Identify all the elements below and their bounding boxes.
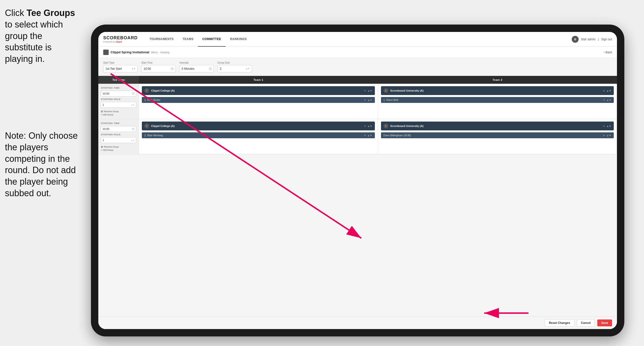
start-type-spinner[interactable]: ▲▼ xyxy=(132,68,136,70)
reset-changes-button[interactable]: Reset Changes xyxy=(545,319,574,327)
team2-header: Team 2 xyxy=(378,76,617,84)
intervals-spinner: 🕐 xyxy=(209,67,212,70)
team2-name-2: Scoreboard University (A) xyxy=(390,124,601,127)
bottom-bar: Reset Changes Cancel Save xyxy=(98,317,617,329)
instruction-prefix: Click xyxy=(5,8,26,18)
table-row: STARTING TIME: 10:00 🕐 STARTING HOLE: 1 … xyxy=(98,84,617,119)
intervals-group: Intervals 5 Minutes 🕐 xyxy=(180,61,214,72)
starting-time-label-1: STARTING TIME: xyxy=(101,87,136,89)
navbar: SCOREBOARD Powered by clippd TOURNAMENTS… xyxy=(98,32,617,47)
sub-header-logo-icon xyxy=(103,50,109,55)
start-time-group: Start Time 10:00 🕐 xyxy=(141,61,176,72)
team2-player-2-sub[interactable]: Dave Billingham (SUB) ✕ ▲▼ xyxy=(381,132,614,138)
team2-player-1[interactable]: 1. Rees Britt ✕ ▲▼ xyxy=(381,97,614,103)
tee-actions-1: 🗑 Remove Group + Add Group xyxy=(101,110,136,116)
team1-card-2[interactable]: C Clippd College (A) ✕ ▲▼ xyxy=(142,122,375,130)
tee-time-header: Tee Time xyxy=(98,76,139,84)
logo-scoreboard: SCOREBOARD xyxy=(103,35,138,40)
nav-divider: | xyxy=(598,37,599,41)
save-button[interactable]: Save xyxy=(597,320,612,326)
team2-card-1[interactable]: S Scoreboard University (A) ✕ ▲▼ xyxy=(381,86,614,95)
tablet-device: SCOREBOARD Powered by clippd TOURNAMENTS… xyxy=(91,24,624,337)
team1-player-1[interactable]: 1. Rich Butler ✕ ▲▼ xyxy=(142,97,375,103)
start-type-input[interactable]: 1st Tee Start ▲▼ xyxy=(103,65,138,72)
gender-badge: (Men) xyxy=(151,51,158,54)
team1-card-1[interactable]: C Clippd College (A) ✕ ▲▼ xyxy=(142,86,375,95)
add-group-button-1[interactable]: + Add Group xyxy=(101,113,136,116)
team1-icon-2: C xyxy=(144,123,149,128)
hosting-label: Hosting xyxy=(160,51,169,54)
team2-icon-2: S xyxy=(384,123,388,128)
starting-time-input-2[interactable]: 10:05 🕐 xyxy=(101,126,136,132)
sub-header: Clippd Spring Invitational (Men) Hosting… xyxy=(98,47,617,58)
player1-controls-2: ✕ ▲▼ xyxy=(364,134,372,137)
team2-cell-2: S Scoreboard University (A) ✕ ▲▼ Dave Bi… xyxy=(378,119,617,154)
add-group-button-2[interactable]: + Add Group xyxy=(101,149,136,151)
nav-teams[interactable]: TEAMS xyxy=(178,32,198,47)
nav-committee[interactable]: COMMITTEE xyxy=(198,32,226,47)
sign-out-link[interactable]: Sign out xyxy=(601,37,612,41)
team1-name-1: Clippd College (A) xyxy=(151,89,362,92)
start-time-spinner: 🕐 xyxy=(170,67,174,70)
tournament-title: Clippd Spring Invitational xyxy=(110,50,149,54)
table-row: STARTING TIME: 10:05 🕐 STARTING HOLE: 1 … xyxy=(98,119,617,154)
back-button[interactable]: ‹ Back xyxy=(604,50,612,54)
instruction-text: Click Tee Groups to select which group t… xyxy=(5,7,81,65)
player2-controls-1: ✕ ▲▼ xyxy=(603,99,611,101)
content-area: Start Type 1st Tee Start ▲▼ Start Time 1… xyxy=(98,58,617,329)
team1-controls-2: ✕ ▲▼ xyxy=(364,125,372,127)
start-time-label: Start Time xyxy=(141,61,176,64)
team1-cell-2: C Clippd College (A) ✕ ▲▼ 2. Blair McHar… xyxy=(139,119,378,154)
team1-controls-1: ✕ ▲▼ xyxy=(364,89,372,92)
grid-header: Tee Time Team 1 Team 2 xyxy=(98,76,617,84)
team2-icon-1: S xyxy=(384,88,388,93)
team1-cell-1: C Clippd College (A) ✕ ▲▼ 1. Rich Butler… xyxy=(139,84,378,119)
starting-time-input-1[interactable]: 10:00 🕐 xyxy=(101,91,136,96)
start-type-group: Start Type 1st Tee Start ▲▼ xyxy=(103,61,138,72)
tablet-screen: SCOREBOARD Powered by clippd TOURNAMENTS… xyxy=(98,32,617,329)
logo-powered: Powered by clippd xyxy=(103,40,138,43)
nav-right: B blair admin | Sign out xyxy=(572,36,612,43)
tee-time-cell-2: STARTING TIME: 10:05 🕐 STARTING HOLE: 1 … xyxy=(98,119,139,154)
cancel-button[interactable]: Cancel xyxy=(577,319,595,327)
group-size-spinner[interactable]: ▲▼ xyxy=(246,68,250,70)
player2-controls-2: ✕ ▲▼ xyxy=(603,134,611,137)
start-type-label: Start Type xyxy=(103,61,138,64)
starting-hole-input-1[interactable]: 1 ▲▼ xyxy=(101,102,136,108)
team2-controls-2: ✕ ▲▼ xyxy=(603,125,611,127)
team2-name-1: Scoreboard University (A) xyxy=(390,89,601,92)
logo-area: SCOREBOARD Powered by clippd xyxy=(103,35,138,43)
starting-hole-label-1: STARTING HOLE: xyxy=(101,98,136,100)
starting-hole-label-2: STARTING HOLE: xyxy=(101,133,136,136)
remove-group-button-1[interactable]: 🗑 Remove Group xyxy=(101,110,136,113)
team1-player-2[interactable]: 2. Blair McHarg ✕ ▲▼ xyxy=(142,132,375,138)
team2-cell-1: S Scoreboard University (A) ✕ ▲▼ 1. Rees… xyxy=(378,84,617,119)
note-text: Note: Only choose the players competing … xyxy=(5,130,86,199)
settings-row: Start Type 1st Tee Start ▲▼ Start Time 1… xyxy=(98,58,617,76)
team1-icon-1: C xyxy=(144,88,149,93)
team2-card-2[interactable]: S Scoreboard University (A) ✕ ▲▼ xyxy=(381,122,614,130)
team1-name-2: Clippd College (A) xyxy=(151,124,362,127)
nav-rankings[interactable]: RANKINGS xyxy=(226,32,251,47)
team1-header: Team 1 xyxy=(139,76,378,84)
starting-time-label-2: STARTING TIME: xyxy=(101,122,136,124)
instruction-bold: Tee Groups xyxy=(26,8,75,18)
group-size-label: Group Size xyxy=(218,61,252,64)
remove-group-button-2[interactable]: 🗑 Remove Group xyxy=(101,146,136,148)
intervals-label: Intervals xyxy=(180,61,214,64)
nav-items: TOURNAMENTS TEAMS COMMITTEE RANKINGS xyxy=(145,32,572,47)
group-size-input[interactable]: 2 ▲▼ xyxy=(218,65,252,72)
note-bold: Only choose the players competing in the… xyxy=(5,131,78,198)
team2-controls-1: ✕ ▲▼ xyxy=(603,89,611,92)
note-label: Note: xyxy=(5,131,28,141)
grid-body: STARTING TIME: 10:00 🕐 STARTING HOLE: 1 … xyxy=(98,84,617,317)
tee-actions-2: 🗑 Remove Group + Add Group xyxy=(101,146,136,151)
user-name: blair admin xyxy=(581,37,596,41)
start-time-input[interactable]: 10:00 🕐 xyxy=(141,65,176,72)
tee-time-cell-1: STARTING TIME: 10:00 🕐 STARTING HOLE: 1 … xyxy=(98,84,139,119)
user-avatar: B xyxy=(572,36,578,43)
instruction-suffix: to select which group the substitute is … xyxy=(5,19,63,64)
nav-tournaments[interactable]: TOURNAMENTS xyxy=(145,32,178,47)
starting-hole-input-2[interactable]: 1 ▲▼ xyxy=(101,137,136,143)
intervals-input[interactable]: 5 Minutes 🕐 xyxy=(180,65,214,72)
